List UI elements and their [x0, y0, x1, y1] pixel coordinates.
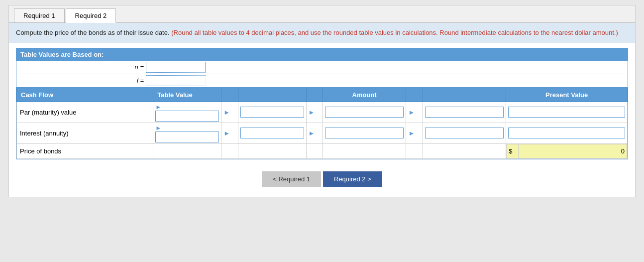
col-header-amount: Amount — [322, 88, 406, 102]
prev-button[interactable]: < Required 1 — [262, 171, 321, 187]
table-values-header: Table Values are Based on: — [16, 48, 628, 61]
col-header-cashflow: Cash Flow — [17, 88, 153, 102]
instruction-black: Compute the price of the bonds as of the… — [16, 29, 170, 36]
nav-buttons: < Required 1 Required 2 > — [16, 164, 628, 192]
col-arrow1 — [221, 88, 238, 102]
table-values-section: Table Values are Based on: n = i = Cash … — [16, 48, 628, 159]
ni-input-rows: n = i = — [16, 61, 628, 88]
dollar-sign-cell: $ — [507, 144, 519, 158]
table-row: Par (maturity) value ► ► ► — [17, 102, 628, 123]
table-row: Interest (annuity) ► ► ► ► — [17, 123, 628, 143]
row-par-amt1 — [322, 102, 406, 123]
par-amt2-input[interactable] — [425, 107, 504, 118]
interest-amt2-input[interactable] — [425, 128, 504, 138]
price-value-cell: 0 — [519, 144, 627, 158]
tab-bar: Required 1 Required 2 — [9, 5, 635, 23]
arrow-interest-tv1: ► — [155, 125, 161, 131]
col-header-tablevalue: Table Value — [153, 88, 221, 102]
row-interest-tv1: ► — [153, 123, 221, 143]
arrow-interest-1: ► — [221, 123, 238, 143]
row-par-tv1: ► — [153, 102, 221, 123]
row-interest-label: Interest (annuity) — [17, 123, 153, 143]
row-par-amt2 — [423, 102, 506, 123]
row-price-label: Price of bonds — [17, 143, 153, 158]
tab-required-1[interactable]: Required 1 — [14, 8, 65, 22]
arrow-par-tv1: ► — [155, 104, 161, 111]
col-arrow2 — [306, 88, 322, 102]
par-tv1-input[interactable] — [155, 111, 219, 122]
col-header-amount2 — [423, 88, 506, 102]
main-container: Required 1 Required 2 Compute the price … — [8, 5, 636, 197]
row-par-tv2 — [238, 102, 306, 123]
interest-pv-input[interactable] — [508, 128, 625, 138]
row-price-arrow2 — [306, 143, 322, 158]
arrow-par-1: ► — [221, 102, 238, 123]
n-label: n = — [16, 63, 146, 71]
instruction-box: Compute the price of the bonds as of the… — [9, 23, 635, 43]
i-input[interactable] — [146, 75, 206, 86]
arrow-interest-2: ► — [306, 123, 322, 143]
next-button[interactable]: Required 2 > — [323, 171, 382, 187]
n-row: n = — [16, 61, 628, 74]
arrow-interest-3: ► — [406, 123, 423, 143]
i-row: i = — [16, 74, 628, 87]
par-tv2-input[interactable] — [240, 107, 304, 118]
interest-amt1-input[interactable] — [325, 128, 404, 138]
row-price-tv2 — [238, 143, 306, 158]
row-price-tv1 — [153, 143, 221, 158]
row-interest-amt2 — [423, 123, 506, 143]
par-amt1-input[interactable] — [325, 107, 404, 118]
arrow-par-2: ► — [306, 102, 322, 123]
row-par-pv — [506, 102, 628, 123]
row-price-amt2 — [423, 143, 506, 158]
i-label: i = — [16, 77, 146, 84]
col-arrow3 — [406, 88, 423, 102]
arrow-par-3: ► — [406, 102, 423, 123]
row-price-arrow1 — [221, 143, 238, 158]
interest-tv1-input[interactable] — [155, 131, 219, 142]
n-input[interactable] — [146, 62, 206, 73]
col-header-tablevalue2 — [238, 88, 306, 102]
row-interest-pv — [506, 123, 628, 143]
row-par-label: Par (maturity) value — [17, 102, 153, 123]
row-price-amt1 — [322, 143, 406, 158]
main-content: Table Values are Based on: n = i = Cash … — [9, 43, 635, 197]
cash-flow-table: Cash Flow Table Value Amount Present Val… — [16, 88, 628, 159]
row-price-arrow3 — [406, 143, 423, 158]
row-interest-amt1 — [322, 123, 406, 143]
tab-required-2[interactable]: Required 2 — [66, 8, 116, 23]
par-pv-input[interactable] — [508, 107, 625, 118]
row-interest-tv2 — [238, 123, 306, 143]
instruction-red: (Round all table values to 4 decimal pla… — [171, 29, 618, 36]
col-header-presentvalue: Present Value — [506, 88, 628, 102]
interest-tv2-input[interactable] — [240, 128, 304, 138]
table-row-price: Price of bonds $ 0 — [17, 143, 628, 158]
row-price-pv: $ 0 — [506, 143, 628, 158]
